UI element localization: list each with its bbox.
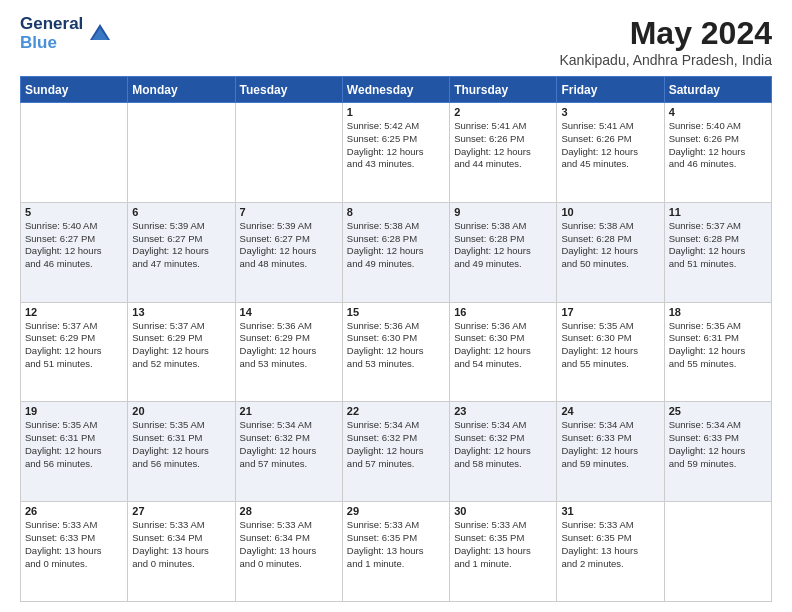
table-row: 22Sunrise: 5:34 AMSunset: 6:32 PMDayligh… bbox=[342, 402, 449, 502]
daylight-hours: Daylight: 12 hours bbox=[25, 245, 123, 258]
table-row: 18Sunrise: 5:35 AMSunset: 6:31 PMDayligh… bbox=[664, 302, 771, 402]
col-tuesday: Tuesday bbox=[235, 77, 342, 103]
day-info-continuation: and 47 minutes. bbox=[132, 258, 230, 271]
day-info-continuation: and 0 minutes. bbox=[132, 558, 230, 571]
table-row: 11Sunrise: 5:37 AMSunset: 6:28 PMDayligh… bbox=[664, 202, 771, 302]
sunrise-time: Sunrise: 5:36 AM bbox=[240, 320, 338, 333]
daylight-hours: Daylight: 12 hours bbox=[25, 345, 123, 358]
table-row: 10Sunrise: 5:38 AMSunset: 6:28 PMDayligh… bbox=[557, 202, 664, 302]
logo: General Blue bbox=[20, 15, 114, 52]
sunrise-time: Sunrise: 5:38 AM bbox=[347, 220, 445, 233]
day-number: 2 bbox=[454, 106, 552, 118]
table-row bbox=[235, 103, 342, 203]
day-info-continuation: and 46 minutes. bbox=[669, 158, 767, 171]
sunrise-time: Sunrise: 5:34 AM bbox=[669, 419, 767, 432]
daylight-hours: Daylight: 12 hours bbox=[347, 146, 445, 159]
table-row: 7Sunrise: 5:39 AMSunset: 6:27 PMDaylight… bbox=[235, 202, 342, 302]
table-row bbox=[21, 103, 128, 203]
table-row: 1Sunrise: 5:42 AMSunset: 6:25 PMDaylight… bbox=[342, 103, 449, 203]
logo-line1: General bbox=[20, 15, 83, 34]
sunset-time: Sunset: 6:28 PM bbox=[454, 233, 552, 246]
sunrise-time: Sunrise: 5:39 AM bbox=[240, 220, 338, 233]
sunset-time: Sunset: 6:32 PM bbox=[454, 432, 552, 445]
day-number: 3 bbox=[561, 106, 659, 118]
daylight-hours: Daylight: 13 hours bbox=[25, 545, 123, 558]
sunrise-time: Sunrise: 5:33 AM bbox=[25, 519, 123, 532]
daylight-hours: Daylight: 13 hours bbox=[454, 545, 552, 558]
day-number: 16 bbox=[454, 306, 552, 318]
daylight-hours: Daylight: 12 hours bbox=[132, 245, 230, 258]
day-info-continuation: and 44 minutes. bbox=[454, 158, 552, 171]
sunrise-time: Sunrise: 5:35 AM bbox=[561, 320, 659, 333]
table-row: 13Sunrise: 5:37 AMSunset: 6:29 PMDayligh… bbox=[128, 302, 235, 402]
daylight-hours: Daylight: 12 hours bbox=[347, 245, 445, 258]
table-row: 14Sunrise: 5:36 AMSunset: 6:29 PMDayligh… bbox=[235, 302, 342, 402]
table-row: 4Sunrise: 5:40 AMSunset: 6:26 PMDaylight… bbox=[664, 103, 771, 203]
table-row: 3Sunrise: 5:41 AMSunset: 6:26 PMDaylight… bbox=[557, 103, 664, 203]
day-info-continuation: and 51 minutes. bbox=[25, 358, 123, 371]
sunrise-time: Sunrise: 5:35 AM bbox=[132, 419, 230, 432]
sunrise-time: Sunrise: 5:37 AM bbox=[25, 320, 123, 333]
day-info-continuation: and 49 minutes. bbox=[454, 258, 552, 271]
table-row: 12Sunrise: 5:37 AMSunset: 6:29 PMDayligh… bbox=[21, 302, 128, 402]
calendar-week-row: 12Sunrise: 5:37 AMSunset: 6:29 PMDayligh… bbox=[21, 302, 772, 402]
day-number: 17 bbox=[561, 306, 659, 318]
day-info-continuation: and 1 minute. bbox=[454, 558, 552, 571]
day-number: 7 bbox=[240, 206, 338, 218]
daylight-hours: Daylight: 13 hours bbox=[561, 545, 659, 558]
day-info-continuation: and 56 minutes. bbox=[25, 458, 123, 471]
day-number: 22 bbox=[347, 405, 445, 417]
day-number: 6 bbox=[132, 206, 230, 218]
sunset-time: Sunset: 6:30 PM bbox=[347, 332, 445, 345]
col-sunday: Sunday bbox=[21, 77, 128, 103]
day-info-continuation: and 0 minutes. bbox=[25, 558, 123, 571]
daylight-hours: Daylight: 12 hours bbox=[240, 245, 338, 258]
sunrise-time: Sunrise: 5:39 AM bbox=[132, 220, 230, 233]
daylight-hours: Daylight: 13 hours bbox=[347, 545, 445, 558]
sunset-time: Sunset: 6:31 PM bbox=[25, 432, 123, 445]
day-info-continuation: and 58 minutes. bbox=[454, 458, 552, 471]
day-number: 26 bbox=[25, 505, 123, 517]
table-row: 9Sunrise: 5:38 AMSunset: 6:28 PMDaylight… bbox=[450, 202, 557, 302]
sunrise-time: Sunrise: 5:34 AM bbox=[454, 419, 552, 432]
sunrise-time: Sunrise: 5:34 AM bbox=[240, 419, 338, 432]
table-row: 23Sunrise: 5:34 AMSunset: 6:32 PMDayligh… bbox=[450, 402, 557, 502]
day-number: 30 bbox=[454, 505, 552, 517]
sunset-time: Sunset: 6:31 PM bbox=[132, 432, 230, 445]
table-row: 30Sunrise: 5:33 AMSunset: 6:35 PMDayligh… bbox=[450, 502, 557, 602]
table-row: 31Sunrise: 5:33 AMSunset: 6:35 PMDayligh… bbox=[557, 502, 664, 602]
daylight-hours: Daylight: 12 hours bbox=[561, 445, 659, 458]
sunset-time: Sunset: 6:31 PM bbox=[669, 332, 767, 345]
sunset-time: Sunset: 6:32 PM bbox=[347, 432, 445, 445]
day-number: 18 bbox=[669, 306, 767, 318]
col-wednesday: Wednesday bbox=[342, 77, 449, 103]
daylight-hours: Daylight: 12 hours bbox=[454, 345, 552, 358]
day-number: 11 bbox=[669, 206, 767, 218]
day-info-continuation: and 55 minutes. bbox=[669, 358, 767, 371]
sunset-time: Sunset: 6:35 PM bbox=[561, 532, 659, 545]
day-number: 20 bbox=[132, 405, 230, 417]
sunrise-time: Sunrise: 5:37 AM bbox=[132, 320, 230, 333]
day-number: 21 bbox=[240, 405, 338, 417]
daylight-hours: Daylight: 12 hours bbox=[347, 345, 445, 358]
table-row: 16Sunrise: 5:36 AMSunset: 6:30 PMDayligh… bbox=[450, 302, 557, 402]
table-row: 21Sunrise: 5:34 AMSunset: 6:32 PMDayligh… bbox=[235, 402, 342, 502]
day-info-continuation: and 43 minutes. bbox=[347, 158, 445, 171]
table-row: 27Sunrise: 5:33 AMSunset: 6:34 PMDayligh… bbox=[128, 502, 235, 602]
sunrise-time: Sunrise: 5:41 AM bbox=[454, 120, 552, 133]
col-saturday: Saturday bbox=[664, 77, 771, 103]
table-row: 17Sunrise: 5:35 AMSunset: 6:30 PMDayligh… bbox=[557, 302, 664, 402]
sunset-time: Sunset: 6:25 PM bbox=[347, 133, 445, 146]
sunset-time: Sunset: 6:27 PM bbox=[132, 233, 230, 246]
sunrise-time: Sunrise: 5:33 AM bbox=[240, 519, 338, 532]
sunrise-time: Sunrise: 5:35 AM bbox=[25, 419, 123, 432]
day-info-continuation: and 52 minutes. bbox=[132, 358, 230, 371]
sunset-time: Sunset: 6:26 PM bbox=[561, 133, 659, 146]
daylight-hours: Daylight: 13 hours bbox=[240, 545, 338, 558]
daylight-hours: Daylight: 12 hours bbox=[132, 445, 230, 458]
daylight-hours: Daylight: 12 hours bbox=[25, 445, 123, 458]
day-info-continuation: and 59 minutes. bbox=[561, 458, 659, 471]
sunrise-time: Sunrise: 5:33 AM bbox=[454, 519, 552, 532]
day-number: 12 bbox=[25, 306, 123, 318]
table-row: 15Sunrise: 5:36 AMSunset: 6:30 PMDayligh… bbox=[342, 302, 449, 402]
